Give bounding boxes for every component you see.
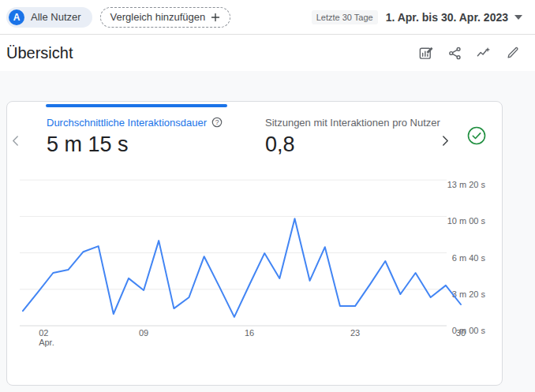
edit-pencil-icon [506, 46, 520, 60]
audience-avatar: A [9, 9, 24, 25]
date-range-picker[interactable]: 1. Apr. bis 30. Apr. 2023 [386, 11, 522, 24]
report-header: Übersicht [0, 35, 535, 71]
add-comparison-label: Vergleich hinzufügen [110, 11, 206, 23]
date-controls: Letzte 30 Tage 1. Apr. bis 30. Apr. 2023 [312, 10, 522, 24]
line-chart: 0 m 00 s3 m 20 s6 m 40 s10 m 00 s13 m 20… [7, 102, 503, 386]
customize-report-icon [418, 46, 433, 61]
audience-chip[interactable]: A Alle Nutzer [6, 7, 92, 28]
y-axis-tick-label: 6 m 40 s [452, 253, 486, 263]
y-axis-tick-label: 3 m 20 s [452, 289, 486, 299]
report-actions [417, 45, 521, 61]
chart-line-series[interactable] [23, 218, 461, 317]
plus-icon [211, 13, 220, 22]
y-axis-tick-label: 10 m 00 s [447, 216, 486, 226]
insights-button[interactable] [476, 45, 492, 61]
customize-report-button[interactable] [417, 45, 433, 61]
date-range-hint: Letzte 30 Tage [312, 10, 378, 24]
share-button[interactable] [447, 45, 462, 61]
audience-controls: A Alle Nutzer Vergleich hinzufügen [6, 7, 230, 28]
y-axis-tick-label: 13 m 20 s [447, 180, 486, 189]
audience-chip-label: Alle Nutzer [31, 11, 81, 23]
add-comparison-chip[interactable]: Vergleich hinzufügen [100, 7, 231, 28]
analytics-overview-page: A Alle Nutzer Vergleich hinzufügen Letzt… [0, 0, 535, 392]
x-axis-month-label: Apr. [39, 338, 54, 347]
x-axis-tick-label: 16 [245, 328, 254, 338]
share-icon [447, 46, 462, 61]
x-axis-tick-label: 23 [350, 328, 360, 338]
page-title: Übersicht [6, 44, 73, 62]
content-area: Durchschnittliche Interaktionsdauer ? 5 … [0, 71, 535, 392]
edit-pencil-button[interactable] [505, 45, 521, 61]
overview-card: Durchschnittliche Interaktionsdauer ? 5 … [6, 101, 503, 386]
date-range-label: 1. Apr. bis 30. Apr. 2023 [386, 11, 508, 24]
x-axis-tick-label: 02 [39, 328, 48, 338]
caret-down-icon [514, 15, 522, 20]
x-axis-tick-label: 30 [456, 328, 466, 338]
insights-icon [476, 46, 492, 61]
x-axis-tick-label: 09 [139, 328, 148, 338]
topbar: A Alle Nutzer Vergleich hinzufügen Letzt… [0, 0, 535, 35]
